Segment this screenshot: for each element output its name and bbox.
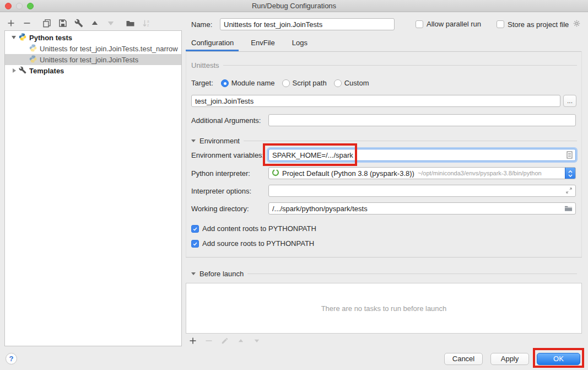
conda-env-icon (272, 169, 279, 178)
allow-parallel-run-label: Allow parallel run (427, 20, 481, 28)
collapse-triangle-icon[interactable] (191, 272, 196, 275)
tree-item-label: Templates (29, 67, 64, 75)
remove-task-icon[interactable] (205, 337, 213, 346)
svg-text:z: z (147, 23, 149, 27)
working-directory-input[interactable] (268, 202, 576, 215)
before-launch-task-list: There are no tasks to run before launch (186, 283, 582, 334)
divider (223, 65, 577, 66)
copy-icon[interactable] (42, 19, 51, 28)
svg-text:a: a (147, 19, 149, 23)
move-task-down-icon[interactable] (253, 337, 261, 346)
annotation-box-env-vars (263, 143, 357, 166)
divider (247, 274, 577, 274)
sort-icon[interactable]: az (142, 19, 151, 28)
radio-icon[interactable] (221, 79, 229, 87)
environment-group-label: Environment (199, 137, 240, 145)
add-content-roots-label: Add content roots to PYTHONPATH (202, 224, 316, 233)
tree-item-python-tests[interactable]: Python tests (5, 32, 181, 43)
collapse-triangle-icon[interactable] (191, 140, 196, 142)
divider (244, 141, 577, 141)
tree-item-templates[interactable]: Templates (5, 65, 181, 76)
chevron-right-icon[interactable] (13, 68, 16, 73)
title-bar: Run/Debug Configurations (0, 0, 588, 12)
tree-item-unittest-jointests-selected[interactable]: Unittests for test_join.JoinTests (5, 54, 181, 65)
before-launch-empty-text: There are no tasks to run before launch (321, 304, 447, 313)
target-row: Target: Module name Script path Custom (191, 79, 369, 87)
checkbox-checked-icon[interactable] (191, 240, 199, 248)
cancel-button[interactable]: Cancel (444, 353, 483, 365)
additional-arguments-input[interactable] (268, 114, 576, 126)
checkbox-checked-icon[interactable] (191, 225, 199, 233)
minimize-button[interactable] (16, 3, 23, 9)
interpreter-options-input[interactable] (268, 185, 576, 197)
new-folder-icon[interactable] (126, 19, 135, 28)
add-icon[interactable] (6, 19, 15, 28)
tab-configuration[interactable]: Configuration (191, 39, 234, 47)
run-debug-configurations-dialog: Run/Debug Configurations az Python test (0, 0, 588, 370)
combo-chevrons-icon[interactable] (565, 167, 576, 179)
close-button[interactable] (5, 3, 12, 9)
interpreter-options-field (268, 185, 576, 197)
working-directory-field (268, 202, 576, 215)
target-label: Target: (191, 79, 213, 87)
name-input[interactable] (220, 18, 395, 30)
help-button[interactable]: ? (6, 353, 17, 364)
edit-defaults-wrench-icon[interactable] (74, 19, 83, 28)
python-interpreter-value: Project Default (Python 3.8 (pyspark-3.8… (282, 169, 414, 178)
python-icon (29, 44, 37, 53)
target-input[interactable] (191, 95, 560, 107)
chevron-down-icon[interactable] (12, 36, 16, 39)
divider (186, 51, 582, 52)
move-up-icon[interactable] (90, 19, 99, 28)
move-down-icon[interactable] (106, 19, 115, 28)
apply-button[interactable]: Apply (490, 353, 529, 365)
python-icon (19, 33, 26, 42)
wrench-icon (19, 66, 26, 76)
environment-variables-label: Environment variables: (191, 151, 264, 159)
radio-script-path-label: Script path (293, 79, 327, 87)
divider (186, 51, 186, 258)
move-task-up-icon[interactable] (237, 337, 245, 346)
tree-item-label: Unittests for test_join.JoinTests.test_n… (40, 45, 178, 53)
annotation-box-ok (533, 348, 584, 368)
allow-parallel-run-checkbox[interactable]: Allow parallel run (416, 20, 481, 28)
tree-item-unittest-narrow[interactable]: Unittests for test_join.JoinTests.test_n… (5, 43, 181, 54)
python-icon (29, 55, 37, 65)
radio-module-name[interactable]: Module name (221, 79, 275, 87)
zoom-button[interactable] (27, 3, 34, 9)
radio-icon[interactable] (282, 79, 290, 87)
radio-custom-label: Custom (344, 79, 369, 87)
window-title: Run/Debug Configurations (0, 0, 588, 12)
tree-item-label: Python tests (29, 34, 72, 42)
add-source-roots-checkbox[interactable]: Add source roots to PYTHONPATH (191, 239, 314, 248)
add-task-icon[interactable] (189, 337, 197, 346)
before-launch-group-label: Before launch (199, 270, 244, 278)
tab-envfile[interactable]: EnvFile (251, 39, 274, 47)
tree-item-label: Unittests for test_join.JoinTests (40, 56, 138, 64)
environment-group-header[interactable]: Environment (191, 137, 577, 145)
before-launch-toolbar (189, 337, 261, 346)
additional-arguments-label: Additional Arguments: (191, 116, 261, 125)
before-launch-group-header[interactable]: Before launch (191, 270, 577, 278)
radio-custom[interactable]: Custom (334, 79, 369, 87)
gear-icon[interactable] (573, 20, 580, 29)
python-interpreter-path: ~/opt/miniconda3/envs/pyspark-3.8/bin/py… (418, 170, 542, 176)
python-interpreter-select[interactable]: Project Default (Python 3.8 (pyspark-3.8… (268, 167, 576, 179)
unittests-group-label: Unittests (191, 61, 219, 69)
radio-script-path[interactable]: Script path (282, 79, 327, 87)
checkbox-icon[interactable] (497, 20, 504, 28)
tab-logs[interactable]: Logs (292, 39, 308, 47)
browse-target-button[interactable]: ... (563, 95, 576, 107)
tab-bar: Configuration EnvFile Logs (191, 39, 308, 47)
radio-icon[interactable] (334, 79, 342, 87)
divider (581, 51, 582, 258)
remove-icon[interactable] (22, 19, 31, 28)
add-content-roots-checkbox[interactable]: Add content roots to PYTHONPATH (191, 224, 316, 233)
edit-task-pencil-icon[interactable] (221, 337, 229, 346)
checkbox-icon[interactable] (416, 20, 423, 28)
store-as-project-file-label: Store as project file (508, 20, 569, 29)
save-icon[interactable] (58, 19, 67, 28)
store-as-project-file-checkbox[interactable]: Store as project file (497, 20, 580, 29)
unittests-group-header: Unittests (191, 61, 577, 69)
working-directory-label: Working directory: (191, 205, 249, 213)
